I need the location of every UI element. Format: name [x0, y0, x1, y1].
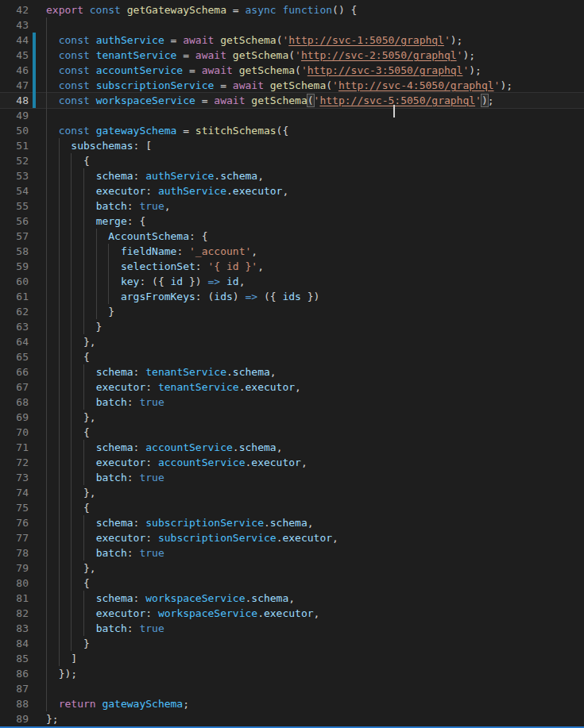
code-line[interactable]: 48 const workspaceService = await getSch…: [0, 93, 584, 108]
code-line[interactable]: 76 schema: subscriptionService.schema,: [0, 515, 584, 530]
code-line[interactable]: 85 ]: [0, 651, 584, 666]
line-number[interactable]: 75: [0, 500, 29, 515]
code-line[interactable]: 67 executor: tenantService.executor,: [0, 379, 584, 395]
line-number[interactable]: 85: [0, 651, 29, 666]
line-number[interactable]: 79: [0, 560, 29, 576]
line-number[interactable]: 76: [0, 515, 29, 530]
line-number[interactable]: 89: [0, 711, 29, 726]
code-line[interactable]: 60 key: ({ id }) => id,: [0, 274, 584, 289]
line-number[interactable]: 67: [0, 379, 29, 395]
code-line[interactable]: 86 });: [0, 666, 584, 681]
line-number[interactable]: 78: [0, 545, 29, 560]
code-line[interactable]: 49: [0, 108, 584, 123]
line-number[interactable]: 77: [0, 530, 29, 545]
line-number[interactable]: 82: [0, 606, 29, 621]
line-number[interactable]: 50: [0, 123, 29, 138]
line-number[interactable]: 81: [0, 591, 29, 606]
code-line[interactable]: 57 AccountSchema: {: [0, 229, 584, 244]
code-line[interactable]: 71 schema: accountService.schema,: [0, 440, 584, 455]
line-number[interactable]: 86: [0, 666, 29, 681]
line-number[interactable]: 69: [0, 410, 29, 425]
code-line[interactable]: 65 {: [0, 349, 584, 364]
line-number[interactable]: 58: [0, 244, 29, 259]
line-number[interactable]: 44: [0, 33, 29, 48]
line-number[interactable]: 54: [0, 183, 29, 198]
code-line[interactable]: 58 fieldName: '_account',: [0, 244, 584, 259]
code-line[interactable]: 72 executor: accountService.executor,: [0, 455, 584, 470]
code-line[interactable]: 43: [0, 17, 584, 33]
line-number[interactable]: 51: [0, 138, 29, 153]
code-line[interactable]: 52 {: [0, 153, 584, 168]
line-number[interactable]: 52: [0, 153, 29, 168]
code-line[interactable]: 55 batch: true,: [0, 198, 584, 214]
code-line[interactable]: 45 const tenantService = await getSchema…: [0, 48, 584, 63]
line-number[interactable]: 66: [0, 364, 29, 379]
line-number[interactable]: 87: [0, 681, 29, 696]
code-line[interactable]: 81 schema: workspaceService.schema,: [0, 591, 584, 606]
code-line[interactable]: 59 selectionSet: '{ id }',: [0, 259, 584, 274]
code-editor[interactable]: 42export const getGatewaySchema = async …: [0, 0, 584, 728]
code-line[interactable]: 82 executor: workspaceService.executor,: [0, 606, 584, 621]
code-line[interactable]: 63 }: [0, 319, 584, 334]
line-number[interactable]: 43: [0, 17, 29, 33]
url-link-text[interactable]: http://svc-5: [319, 94, 394, 106]
code-line[interactable]: 88 return gatewaySchema;: [0, 696, 584, 711]
line-number[interactable]: 64: [0, 334, 29, 349]
code-line[interactable]: 70 {: [0, 425, 584, 440]
line-number[interactable]: 71: [0, 440, 29, 455]
line-number[interactable]: 84: [0, 636, 29, 651]
code-line[interactable]: 79 },: [0, 560, 584, 576]
line-number[interactable]: 49: [0, 108, 29, 123]
url-link-text[interactable]: http://svc-4:5050/graphql: [338, 79, 494, 91]
line-number[interactable]: 61: [0, 289, 29, 304]
line-number[interactable]: 73: [0, 470, 29, 485]
line-number[interactable]: 70: [0, 425, 29, 440]
code-line[interactable]: 54 executor: authService.executor,: [0, 183, 584, 198]
code-line[interactable]: 83 batch: true: [0, 621, 584, 636]
code-line[interactable]: 68 batch: true: [0, 395, 584, 410]
code-line[interactable]: 73 batch: true: [0, 470, 584, 485]
code-line[interactable]: 62 }: [0, 304, 584, 319]
code-line[interactable]: 44 const authService = await getSchema('…: [0, 33, 584, 48]
code-line[interactable]: 64 },: [0, 334, 584, 349]
line-number[interactable]: 88: [0, 696, 29, 711]
code-line[interactable]: 61 argsFromKeys: (ids) => ({ ids }): [0, 289, 584, 304]
code-line[interactable]: 42export const getGatewaySchema = async …: [0, 2, 584, 17]
line-number[interactable]: 48: [0, 93, 29, 108]
line-number[interactable]: 53: [0, 168, 29, 183]
line-number[interactable]: 47: [0, 78, 29, 93]
line-number[interactable]: 55: [0, 198, 29, 214]
url-link-text[interactable]: http://svc-3:5050/graphql: [307, 64, 463, 76]
line-number[interactable]: 57: [0, 229, 29, 244]
code-line[interactable]: 78 batch: true: [0, 545, 584, 560]
line-number[interactable]: 42: [0, 2, 29, 17]
line-number[interactable]: 62: [0, 304, 29, 319]
line-number[interactable]: 68: [0, 395, 29, 410]
code-line[interactable]: 69 },: [0, 410, 584, 425]
code-line[interactable]: 53 schema: authService.schema,: [0, 168, 584, 183]
code-line[interactable]: 87: [0, 681, 584, 696]
url-link-text[interactable]: http://svc-1:5050/graphql: [288, 34, 444, 46]
line-number[interactable]: 63: [0, 319, 29, 334]
line-number[interactable]: 74: [0, 485, 29, 500]
code-line[interactable]: 77 executor: subscriptionService.executo…: [0, 530, 584, 545]
line-number[interactable]: 60: [0, 274, 29, 289]
code-line[interactable]: 50 const gatewaySchema = stitchSchemas({: [0, 123, 584, 138]
url-link-text[interactable]: http://svc-2:5050/graphql: [301, 49, 457, 61]
url-link-text[interactable]: :5050/graphql: [394, 94, 475, 106]
code-line[interactable]: 56 merge: {: [0, 214, 584, 229]
code-line[interactable]: 84 }: [0, 636, 584, 651]
code-line[interactable]: 89};: [0, 711, 584, 726]
code-line[interactable]: 51 subschemas: [: [0, 138, 584, 153]
code-line[interactable]: 75 {: [0, 500, 584, 515]
line-number[interactable]: 80: [0, 576, 29, 591]
code-line[interactable]: 66 schema: tenantService.schema,: [0, 364, 584, 379]
code-line[interactable]: 80 {: [0, 576, 584, 591]
line-number[interactable]: 45: [0, 48, 29, 63]
code-line[interactable]: 74 },: [0, 485, 584, 500]
line-number[interactable]: 83: [0, 621, 29, 636]
line-number[interactable]: 59: [0, 259, 29, 274]
code-line[interactable]: 46 const accountService = await getSchem…: [0, 63, 584, 78]
line-number[interactable]: 65: [0, 349, 29, 364]
line-number[interactable]: 46: [0, 63, 29, 78]
